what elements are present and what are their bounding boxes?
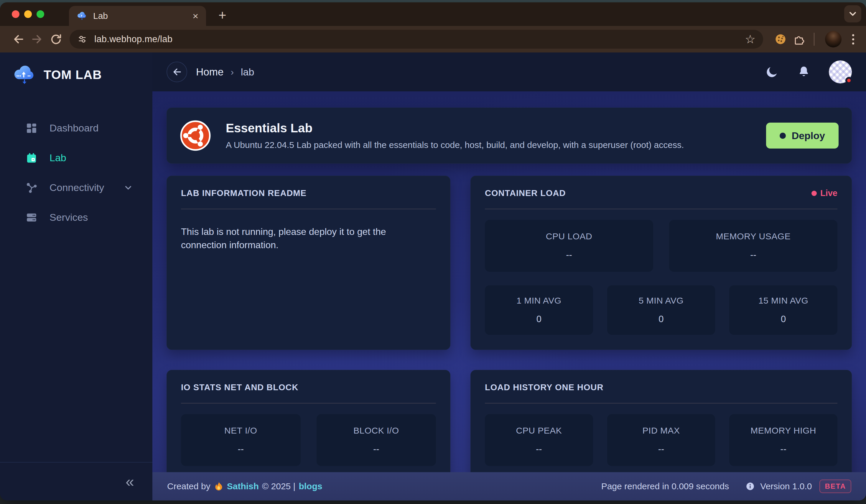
cookie-extension-icon[interactable]	[771, 30, 790, 48]
url-bar[interactable]: lab.webhop.me/lab ☆	[69, 30, 763, 49]
sidebar-collapse-button[interactable]: «	[125, 474, 134, 489]
lab-hero-card: Essentials Lab A Ubuntu 22.04.5 Lab pack…	[167, 108, 852, 164]
footer-created-by: Created by	[167, 481, 210, 491]
stat-tile-block-io: BLOCK I/O --	[317, 414, 436, 466]
brand-name: TOM LAB	[44, 68, 102, 82]
stat-tile-memory-high: MEMORY HIGH --	[729, 414, 837, 466]
divider	[485, 209, 837, 209]
forward-button[interactable]	[28, 30, 47, 49]
flame-icon	[214, 481, 223, 491]
tab-close-button[interactable]: ×	[192, 11, 198, 21]
divider	[485, 403, 837, 403]
beta-badge: BETA	[819, 480, 851, 493]
cloud-icon	[77, 11, 87, 20]
deploy-button[interactable]: Deploy	[766, 123, 839, 148]
footer-copyright: © 2025 |	[262, 481, 295, 491]
live-badge: Live	[811, 188, 837, 198]
card-title: CONTAINER LOAD	[485, 188, 566, 198]
theme-toggle-button[interactable]	[765, 65, 779, 79]
browser-toolbar: lab.webhop.me/lab ☆	[0, 26, 866, 53]
breadcrumb-current: lab	[241, 66, 254, 78]
sidebar-nav: Dashboard Lab	[0, 113, 152, 232]
stat-tile-1min-avg: 1 MIN AVG 0	[485, 285, 593, 335]
footer-render-time: Page rendered in 0.009 seconds	[601, 481, 729, 491]
reload-button[interactable]	[47, 30, 65, 49]
app-footer: Created by Sathish © 2025 | blogs Page r…	[152, 472, 866, 501]
sidebar-item-lab[interactable]: Lab	[0, 143, 152, 173]
chevron-down-icon	[848, 9, 857, 18]
stat-tile-cpu-load: CPU LOAD --	[485, 220, 653, 272]
stat-tile-pid-max: PID MAX --	[607, 414, 715, 466]
notifications-button[interactable]	[797, 65, 811, 79]
minimize-window-button[interactable]	[24, 10, 32, 18]
server-stack-icon	[26, 212, 37, 223]
new-tab-button[interactable]: +	[219, 8, 226, 22]
card-title: LAB INFORMATION README	[181, 188, 307, 198]
page-header: Home › lab	[152, 53, 866, 91]
live-dot-icon	[811, 191, 817, 196]
stat-tile-5min-avg: 5 MIN AVG 0	[607, 285, 715, 335]
dot-icon	[780, 133, 786, 139]
sidebar-item-label: Services	[49, 212, 88, 223]
browser-profile-avatar[interactable]	[825, 31, 842, 47]
sidebar: TOM LAB Dashboard	[0, 53, 152, 501]
footer-blogs-link[interactable]: blogs	[299, 481, 322, 491]
stat-tile-memory-usage: MEMORY USAGE --	[669, 220, 837, 272]
main-area: Home › lab	[152, 53, 866, 501]
browser-window: Lab × +	[0, 2, 866, 501]
container-load-card: CONTAINER LOAD Live CPU LOAD --	[470, 176, 852, 350]
tab-strip: Lab × +	[0, 2, 866, 26]
stat-tile-cpu-peak: CPU PEAK --	[485, 414, 593, 466]
browser-menu-icon[interactable]	[849, 31, 857, 47]
footer-version: Version 1.0.0	[760, 481, 812, 491]
dashboard-grid-icon	[26, 123, 37, 134]
info-icon	[745, 482, 755, 491]
extensions-puzzle-icon[interactable]	[790, 30, 808, 48]
toolbar-divider	[814, 33, 814, 46]
breadcrumb-home[interactable]: Home	[196, 66, 223, 78]
sidebar-item-services[interactable]: Services	[0, 202, 152, 232]
divider	[181, 403, 436, 403]
url-text[interactable]: lab.webhop.me/lab	[94, 34, 745, 45]
lab-description: A Ubuntu 22.04.5 Lab packed with all the…	[226, 140, 684, 150]
sidebar-item-label: Connectivity	[49, 182, 104, 193]
bookmark-star-icon[interactable]: ☆	[745, 33, 755, 45]
app-root: TOM LAB Dashboard	[0, 53, 866, 501]
tab-search-button[interactable]	[844, 5, 861, 22]
breadcrumb-back-button[interactable]	[167, 61, 187, 82]
calendar-icon	[26, 153, 37, 164]
stat-tile-net-io: NET I/O --	[181, 414, 301, 466]
ubuntu-logo-icon	[180, 120, 211, 151]
network-nodes-icon	[26, 182, 37, 193]
sidebar-item-dashboard[interactable]: Dashboard	[0, 113, 152, 143]
readme-card: LAB INFORMATION README This lab is not r…	[167, 176, 451, 350]
card-title: LOAD HISTORY ONE HOUR	[485, 383, 603, 392]
back-arrow-icon	[12, 33, 25, 46]
browser-tab[interactable]: Lab ×	[69, 6, 206, 26]
footer-author-link[interactable]: Sathish	[227, 481, 259, 491]
zoom-window-button[interactable]	[36, 10, 44, 18]
tab-title: Lab	[93, 11, 192, 21]
moon-icon	[765, 65, 779, 79]
brand[interactable]: TOM LAB	[0, 53, 152, 85]
forward-arrow-icon	[31, 33, 44, 46]
reload-icon	[50, 33, 62, 45]
sidebar-item-label: Lab	[49, 152, 66, 164]
divider	[181, 209, 436, 209]
user-avatar[interactable]	[829, 60, 852, 83]
lab-title: Essentials Lab	[226, 121, 684, 135]
sidebar-item-connectivity[interactable]: Connectivity	[0, 173, 152, 202]
breadcrumb-separator: ›	[231, 67, 234, 78]
close-window-button[interactable]	[12, 10, 20, 18]
chevron-down-icon	[124, 183, 132, 192]
back-arrow-icon	[171, 67, 182, 77]
stat-tile-15min-avg: 15 MIN AVG 0	[729, 285, 837, 335]
back-button[interactable]	[9, 30, 28, 49]
site-settings-icon[interactable]	[77, 34, 87, 44]
sidebar-footer: «	[0, 462, 152, 501]
sidebar-item-label: Dashboard	[49, 122, 98, 134]
card-title: IO STATS NET AND BLOCK	[181, 383, 298, 392]
cloud-upload-icon	[13, 65, 36, 85]
status-dot	[845, 77, 853, 84]
readme-body: This lab is not running, please deploy i…	[181, 225, 417, 252]
